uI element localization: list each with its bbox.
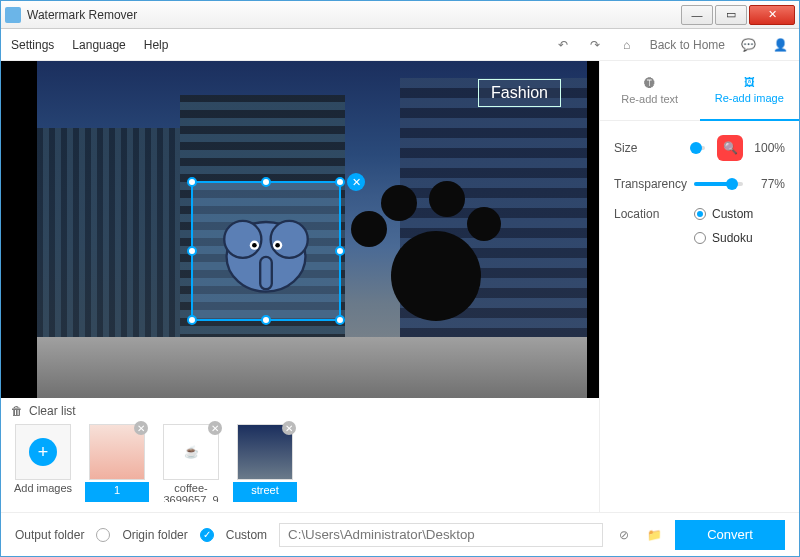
- location-custom-radio[interactable]: Custom: [694, 207, 785, 221]
- watermark-image-elephant: [203, 193, 329, 309]
- resize-handle[interactable]: [187, 246, 197, 256]
- clear-list-link[interactable]: Clear list: [29, 404, 76, 418]
- size-slider[interactable]: [694, 146, 705, 150]
- back-to-home-link[interactable]: Back to Home: [650, 38, 725, 52]
- browse-folder-icon[interactable]: 📁: [645, 526, 663, 544]
- thumbnail-label: street: [233, 482, 297, 502]
- radio-icon: [694, 232, 706, 244]
- resize-handle[interactable]: [261, 315, 271, 325]
- location-sudoku-radio[interactable]: Sudoku: [694, 231, 785, 245]
- svg-point-2: [271, 221, 308, 258]
- thumbnail-remove-icon[interactable]: ✕: [208, 421, 222, 435]
- menubar: Settings Language Help ↶ ↷ ⌂ Back to Hom…: [1, 29, 799, 61]
- window-controls: — ▭ ✕: [681, 5, 795, 25]
- clear-path-icon[interactable]: ⊘: [615, 526, 633, 544]
- titlebar: Watermark Remover — ▭ ✕: [1, 1, 799, 29]
- menu-settings[interactable]: Settings: [11, 38, 54, 52]
- redo-icon[interactable]: ↷: [586, 36, 604, 54]
- custom-folder-label: Custom: [226, 528, 267, 542]
- radio-icon: [694, 208, 706, 220]
- tab-label: Re-add image: [715, 92, 784, 104]
- svg-point-1: [224, 221, 261, 258]
- transparency-value: 77%: [751, 177, 785, 191]
- transparency-label: Transparency: [614, 177, 686, 191]
- plus-icon: +: [29, 438, 57, 466]
- side-panel: 🅣 Re-add text 🖼 Re-add image Size 🔍 100%…: [599, 61, 799, 512]
- radio-label: Custom: [712, 207, 753, 221]
- user-icon[interactable]: 👤: [771, 36, 789, 54]
- thumbnail-label: coffee-3699657_9: [159, 482, 223, 502]
- transparency-slider[interactable]: [694, 182, 743, 186]
- feedback-icon[interactable]: 💬: [739, 36, 757, 54]
- preview-canvas[interactable]: Fashion ✕: [1, 61, 599, 398]
- svg-rect-7: [260, 257, 272, 289]
- thumbnail-item[interactable]: ✕ 1: [85, 424, 149, 502]
- output-folder-label: Output folder: [15, 528, 84, 542]
- tab-label: Re-add text: [621, 93, 678, 105]
- thumbnail-remove-icon[interactable]: ✕: [282, 421, 296, 435]
- resize-handle[interactable]: [261, 177, 271, 187]
- home-icon[interactable]: ⌂: [618, 36, 636, 54]
- app-icon: [5, 7, 21, 23]
- content-area: Fashion ✕: [1, 61, 799, 512]
- minimize-button[interactable]: —: [681, 5, 713, 25]
- resize-handle[interactable]: [187, 315, 197, 325]
- svg-point-5: [252, 243, 257, 248]
- radio-label: Sudoku: [712, 231, 753, 245]
- thumbnail-item[interactable]: ✕ street: [233, 424, 297, 502]
- add-images-label: Add images: [11, 482, 75, 502]
- trash-icon[interactable]: 🗑: [11, 404, 23, 418]
- convert-button[interactable]: Convert: [675, 520, 785, 550]
- text-icon: 🅣: [644, 77, 655, 89]
- svg-point-6: [275, 243, 280, 248]
- window-title: Watermark Remover: [27, 8, 681, 22]
- add-images-tile[interactable]: + Add images: [11, 424, 75, 502]
- resize-handle[interactable]: [335, 315, 345, 325]
- footer-bar: Output folder Origin folder Custom ⊘ 📁 C…: [1, 512, 799, 556]
- menu-help[interactable]: Help: [144, 38, 169, 52]
- watermark-image-paw[interactable]: [341, 181, 501, 331]
- tab-readd-image[interactable]: 🖼 Re-add image: [700, 61, 800, 121]
- size-label: Size: [614, 141, 686, 155]
- menu-language[interactable]: Language: [72, 38, 125, 52]
- thumbnail-item[interactable]: ☕✕ coffee-3699657_9: [159, 424, 223, 502]
- tab-readd-text[interactable]: 🅣 Re-add text: [600, 61, 700, 121]
- thumbnails-section: 🗑 Clear list + Add images ✕ 1 ☕✕ coffee-…: [1, 398, 599, 512]
- thumbnail-label: 1: [85, 482, 149, 502]
- watermark-text-overlay[interactable]: Fashion: [478, 79, 561, 107]
- custom-folder-radio[interactable]: [200, 528, 214, 542]
- resize-handle[interactable]: [335, 246, 345, 256]
- resize-handle[interactable]: [187, 177, 197, 187]
- close-button[interactable]: ✕: [749, 5, 795, 25]
- location-label: Location: [614, 207, 686, 221]
- resize-handle[interactable]: [335, 177, 345, 187]
- output-path-input[interactable]: [279, 523, 603, 547]
- image-icon: 🖼: [744, 76, 755, 88]
- size-value: 100%: [751, 141, 785, 155]
- selection-box[interactable]: ✕: [191, 181, 341, 321]
- maximize-button[interactable]: ▭: [715, 5, 747, 25]
- origin-folder-radio[interactable]: [96, 528, 110, 542]
- selection-remove-icon[interactable]: ✕: [347, 173, 365, 191]
- magnifier-icon[interactable]: 🔍: [717, 135, 743, 161]
- main-column: Fashion ✕: [1, 61, 599, 512]
- origin-folder-label: Origin folder: [122, 528, 187, 542]
- undo-icon[interactable]: ↶: [554, 36, 572, 54]
- thumbnail-remove-icon[interactable]: ✕: [134, 421, 148, 435]
